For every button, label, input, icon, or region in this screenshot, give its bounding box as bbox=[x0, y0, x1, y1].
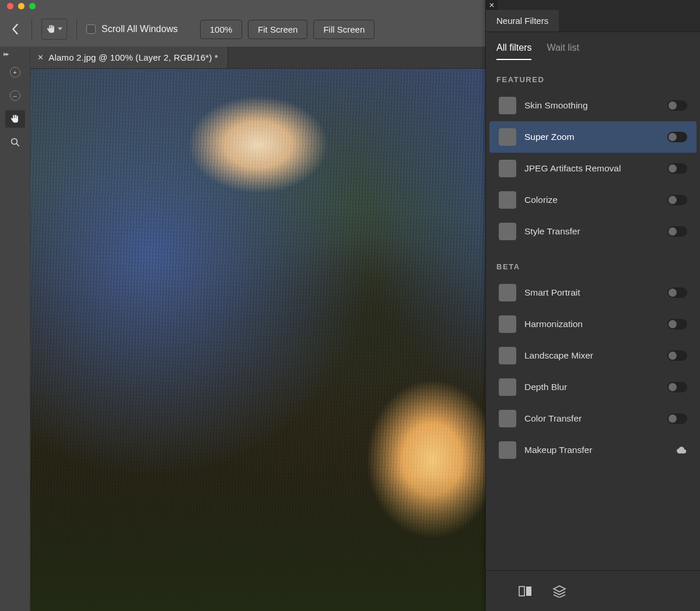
filter-jpeg-artifacts-removal[interactable]: JPEG Artifacts Removal bbox=[489, 153, 696, 184]
zoom-in-tool[interactable] bbox=[5, 64, 25, 81]
window-minimize-button[interactable] bbox=[18, 3, 24, 9]
filter-depth-blur[interactable]: Depth Blur bbox=[489, 371, 696, 403]
panel-tabs: All filters Wait list bbox=[486, 32, 700, 60]
filter-toggle[interactable] bbox=[667, 195, 687, 205]
filter-toggle[interactable] bbox=[667, 163, 687, 174]
filter-skin-smoothing[interactable]: Skin Smoothing bbox=[489, 90, 696, 121]
scroll-all-windows-label: Scroll All Windows bbox=[102, 24, 178, 34]
layers-icon[interactable] bbox=[552, 585, 566, 598]
zoom-out-tool[interactable] bbox=[5, 87, 25, 104]
svg-point-0 bbox=[11, 139, 17, 145]
separator bbox=[32, 19, 32, 40]
hand-icon bbox=[46, 24, 57, 34]
panel-close-button[interactable]: ✕ bbox=[486, 0, 498, 10]
filter-name: Harmonization bbox=[524, 319, 659, 329]
filter-name: Depth Blur bbox=[524, 382, 659, 392]
tab-wait-list[interactable]: Wait list bbox=[547, 43, 579, 60]
filter-smart-portrait[interactable]: Smart Portrait bbox=[489, 277, 696, 308]
filter-thumb-icon bbox=[499, 97, 516, 114]
close-tab-icon[interactable]: ✕ bbox=[37, 53, 44, 62]
window-maximize-button[interactable] bbox=[29, 3, 36, 9]
filter-name: Smart Portrait bbox=[524, 287, 659, 298]
fill-screen-button[interactable]: Fill Screen bbox=[313, 20, 374, 39]
tools-sidebar: ▸▸ bbox=[0, 47, 30, 611]
filter-name: Colorize bbox=[524, 195, 659, 205]
filter-thumb-icon bbox=[499, 410, 516, 427]
hand-tool[interactable] bbox=[5, 110, 25, 128]
filter-toggle[interactable] bbox=[667, 319, 687, 329]
filter-toggle[interactable] bbox=[667, 100, 687, 111]
filter-name: Style Transfer bbox=[524, 226, 659, 237]
filter-thumb-icon bbox=[499, 441, 516, 459]
compare-icon[interactable] bbox=[519, 585, 533, 598]
filter-name: JPEG Artifacts Removal bbox=[524, 163, 659, 174]
back-button[interactable] bbox=[8, 22, 22, 36]
filter-thumb-icon bbox=[499, 191, 516, 209]
filter-makeup-transfer[interactable]: Makeup Transfer bbox=[489, 434, 696, 466]
filter-name: Skin Smoothing bbox=[524, 100, 659, 111]
expand-panels-button[interactable]: ▸▸ bbox=[0, 50, 8, 58]
document-tab[interactable]: ✕ Alamo 2.jpg @ 100% (Layer 2, RGB/16*) … bbox=[30, 47, 228, 68]
filter-super-zoom[interactable]: Super Zoom bbox=[489, 121, 696, 153]
filter-harmonization[interactable]: Harmonization bbox=[489, 308, 696, 340]
scroll-all-windows-checkbox[interactable] bbox=[86, 24, 96, 34]
filter-colorize[interactable]: Colorize bbox=[489, 184, 696, 216]
filter-toggle[interactable] bbox=[667, 350, 687, 361]
zoom-in-icon bbox=[10, 67, 20, 78]
filter-name: Landscape Mixer bbox=[524, 350, 659, 361]
svg-line-1 bbox=[16, 143, 19, 146]
section-beta-label: BETA bbox=[486, 247, 700, 277]
filter-color-transfer[interactable]: Color Transfer bbox=[489, 403, 696, 434]
fit-screen-button[interactable]: Fit Screen bbox=[248, 20, 307, 39]
panel-title: Neural Filters bbox=[486, 10, 559, 31]
filter-name: Color Transfer bbox=[524, 413, 659, 424]
document-tab-title: Alamo 2.jpg @ 100% (Layer 2, RGB/16*) * bbox=[48, 52, 218, 62]
filter-landscape-mixer[interactable]: Landscape Mixer bbox=[489, 340, 696, 371]
separator bbox=[76, 19, 77, 40]
filter-toggle[interactable] bbox=[667, 287, 687, 298]
zoom-level-button[interactable]: 100% bbox=[200, 20, 242, 39]
hand-icon bbox=[10, 114, 20, 124]
chevron-down-icon bbox=[58, 27, 62, 31]
filter-toggle[interactable] bbox=[667, 382, 687, 392]
window-close-button[interactable] bbox=[7, 3, 13, 9]
filter-style-transfer[interactable]: Style Transfer bbox=[489, 216, 696, 247]
filter-name: Makeup Transfer bbox=[524, 445, 667, 455]
neural-filters-panel: ✕ Neural Filters All filters Wait list F… bbox=[485, 0, 700, 611]
filter-thumb-icon bbox=[499, 378, 516, 396]
cloud-download-icon[interactable] bbox=[676, 445, 687, 455]
filter-thumb-icon bbox=[499, 315, 516, 333]
tab-all-filters[interactable]: All filters bbox=[496, 43, 531, 60]
svg-rect-3 bbox=[526, 587, 531, 596]
filter-toggle[interactable] bbox=[667, 413, 687, 424]
filter-thumb-icon bbox=[499, 223, 516, 240]
filter-thumb-icon bbox=[499, 160, 516, 177]
filter-thumb-icon bbox=[499, 284, 516, 301]
svg-rect-2 bbox=[519, 587, 524, 596]
magnifier-icon bbox=[10, 137, 20, 148]
hand-tool-dropdown[interactable] bbox=[41, 19, 67, 40]
filter-thumb-icon bbox=[499, 347, 516, 364]
zoom-out-icon bbox=[10, 90, 20, 101]
section-featured-label: FEATURED bbox=[486, 60, 700, 90]
filter-name: Super Zoom bbox=[524, 132, 659, 142]
zoom-tool[interactable] bbox=[5, 134, 25, 151]
filter-toggle[interactable] bbox=[667, 132, 687, 142]
filter-thumb-icon bbox=[499, 128, 516, 146]
filter-toggle[interactable] bbox=[667, 226, 687, 237]
